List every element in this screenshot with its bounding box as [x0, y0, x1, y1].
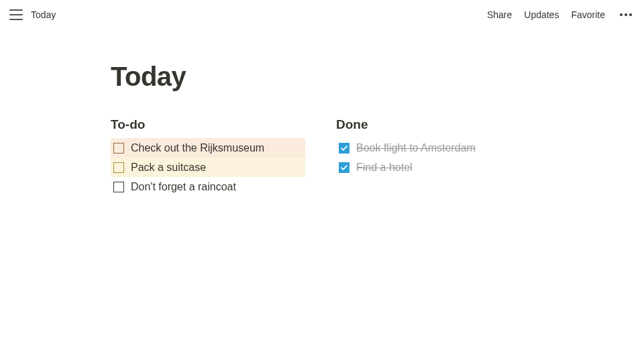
- checkbox-unchecked-icon[interactable]: [113, 182, 124, 192]
- checkbox-checked-icon[interactable]: [339, 143, 350, 154]
- todo-heading[interactable]: To-do: [111, 117, 305, 132]
- todo-column: To-do Check out the Rijksmuseum Pack a s…: [111, 117, 305, 196]
- todo-item[interactable]: Don't forget a raincoat: [111, 177, 305, 196]
- topbar-right: Share Updates Favorite: [487, 9, 635, 20]
- share-button[interactable]: Share: [487, 9, 512, 20]
- checkbox-checked-icon[interactable]: [339, 162, 350, 173]
- more-icon[interactable]: [617, 11, 635, 19]
- done-column: Done Book flight to Amsterdam Find a hot…: [336, 117, 537, 196]
- done-item[interactable]: Find a hotel: [336, 158, 537, 177]
- topbar-left: Today: [9, 9, 56, 20]
- todo-label: Pack a suitcase: [131, 162, 206, 174]
- done-item[interactable]: Book flight to Amsterdam: [336, 138, 537, 158]
- checkbox-unchecked-icon[interactable]: [113, 143, 124, 154]
- menu-icon[interactable]: [9, 9, 23, 20]
- checkbox-unchecked-icon[interactable]: [113, 162, 124, 173]
- favorite-button[interactable]: Favorite: [571, 9, 605, 20]
- done-heading[interactable]: Done: [336, 117, 537, 132]
- page-content: Today To-do Check out the Rijksmuseum Pa…: [0, 29, 644, 196]
- todo-label: Don't forget a raincoat: [131, 181, 236, 193]
- todo-item[interactable]: Pack a suitcase: [111, 158, 305, 177]
- columns: To-do Check out the Rijksmuseum Pack a s…: [111, 117, 533, 196]
- done-label: Book flight to Amsterdam: [356, 142, 476, 154]
- done-label: Find a hotel: [356, 162, 413, 174]
- todo-label: Check out the Rijksmuseum: [131, 142, 264, 154]
- page-title[interactable]: Today: [111, 62, 533, 92]
- breadcrumb[interactable]: Today: [31, 9, 56, 20]
- updates-button[interactable]: Updates: [524, 9, 559, 20]
- todo-item[interactable]: Check out the Rijksmuseum: [111, 138, 305, 158]
- topbar: Today Share Updates Favorite: [0, 0, 644, 29]
